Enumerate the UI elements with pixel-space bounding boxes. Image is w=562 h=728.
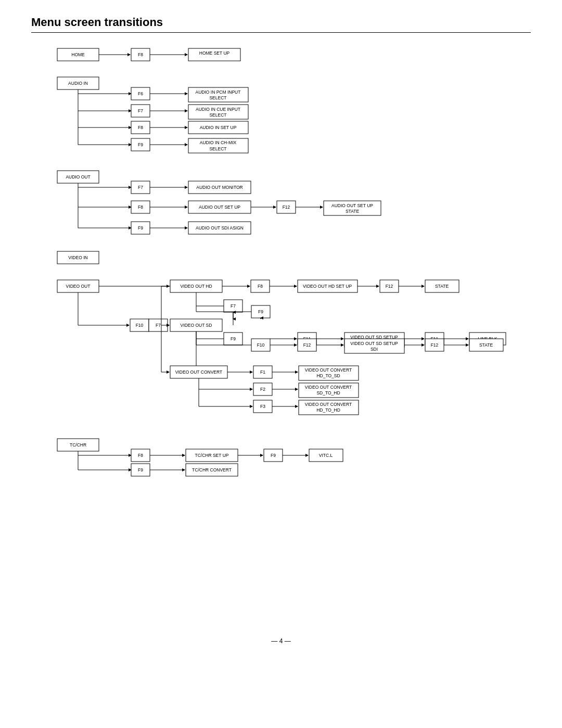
svg-text:F7: F7 xyxy=(231,303,236,309)
svg-text:VIDEO OUT HD SET UP: VIDEO OUT HD SET UP xyxy=(303,284,352,289)
svg-text:VITC.L: VITC.L xyxy=(319,453,333,458)
svg-text:F9: F9 xyxy=(258,309,263,314)
svg-text:F12: F12 xyxy=(386,284,393,289)
audio-out-f8-label: F8 xyxy=(138,205,143,210)
audio-in-f7-label: F7 xyxy=(138,108,143,113)
svg-text:F12: F12 xyxy=(431,342,439,348)
svg-text:F2: F2 xyxy=(260,387,265,392)
audio-out-f7-label: F7 xyxy=(138,185,143,190)
svg-text:AUDIO OUT  SET UP: AUDIO OUT SET UP xyxy=(331,203,373,208)
svg-text:STATE: STATE xyxy=(346,209,359,214)
svg-text:AUDIO IN CUE INPUT: AUDIO IN CUE INPUT xyxy=(196,107,240,112)
audio-in-f8-label: F8 xyxy=(138,125,143,130)
svg-text:STATE: STATE xyxy=(479,342,493,348)
svg-text:TC/CHR CONVERT: TC/CHR CONVERT xyxy=(192,467,232,472)
svg-text:AUDIO OUT  SET UP: AUDIO OUT SET UP xyxy=(199,205,240,210)
page-title: Menu screen transitions xyxy=(31,16,531,33)
svg-text:AUDIO IN PCM INPUT: AUDIO IN PCM INPUT xyxy=(196,90,241,95)
svg-text:SELECT: SELECT xyxy=(209,146,226,151)
diagram: HOME F8 HOME SET UP AUDIO IN F6 AUDIO IN… xyxy=(31,43,531,617)
svg-text:VIDEO OUT SD SETUP: VIDEO OUT SD SETUP xyxy=(350,341,398,346)
svg-text:VIDEO OUT CONVERT: VIDEO OUT CONVERT xyxy=(175,369,222,375)
tc-chr-label: TC/CHR xyxy=(70,442,86,448)
svg-text:F8: F8 xyxy=(138,453,143,458)
svg-text:VIDEO OUT SD: VIDEO OUT SD xyxy=(181,323,212,328)
svg-text:F12: F12 xyxy=(283,205,290,210)
svg-text:SD_TO_HD: SD_TO_HD xyxy=(316,390,340,395)
svg-text:AUDIO OUT  SDI ASIGN: AUDIO OUT SDI ASIGN xyxy=(196,225,244,231)
svg-text:AUDIO IN CH-MIX: AUDIO IN CH-MIX xyxy=(200,140,237,145)
svg-text:F9: F9 xyxy=(138,467,143,472)
audio-in-label: AUDIO IN xyxy=(68,81,88,86)
svg-text:AUDIO IN SET UP: AUDIO IN SET UP xyxy=(200,125,237,130)
svg-text:VIDEO OUT HD: VIDEO OUT HD xyxy=(180,284,212,289)
page-number: — 4 — xyxy=(31,637,531,645)
svg-text:VIDEO OUT CONVERT: VIDEO OUT CONVERT xyxy=(305,367,352,373)
svg-text:VIDEO OUT CONVERT: VIDEO OUT CONVERT xyxy=(305,385,352,390)
svg-text:F1: F1 xyxy=(260,369,265,375)
svg-text:F9: F9 xyxy=(271,453,276,458)
svg-text:F7: F7 xyxy=(156,323,161,328)
svg-text:STATE: STATE xyxy=(435,284,449,289)
svg-text:SDI: SDI xyxy=(371,347,378,352)
svg-text:F8: F8 xyxy=(258,284,263,289)
svg-text:VIDEO OUT CONVERT: VIDEO OUT CONVERT xyxy=(305,402,352,407)
svg-text:SELECT: SELECT xyxy=(209,112,226,118)
svg-text:AUDIO OUT MONITOR: AUDIO OUT MONITOR xyxy=(196,185,242,190)
home-label: HOME xyxy=(71,52,85,57)
audio-out-f9-label: F9 xyxy=(138,225,143,231)
svg-text:F9: F9 xyxy=(231,336,236,341)
home-f8-label: F8 xyxy=(138,52,143,57)
audio-in-f6-label: F6 xyxy=(138,91,143,96)
video-out-label: VIDEO OUT xyxy=(66,284,91,289)
svg-text:SELECT: SELECT xyxy=(209,95,226,100)
svg-text:F12: F12 xyxy=(303,342,311,348)
svg-text:HD_TO_HD: HD_TO_HD xyxy=(316,407,340,413)
svg-text:HD_TO_SD: HD_TO_SD xyxy=(316,373,340,378)
audio-in-f9-label: F9 xyxy=(138,142,143,147)
svg-text:F10: F10 xyxy=(257,342,265,348)
video-in-label: VIDEO IN xyxy=(68,255,87,260)
svg-text:TC/CHR SET UP: TC/CHR SET UP xyxy=(195,453,228,458)
home-setup-label: HOME SET UP xyxy=(199,50,230,56)
svg-text:F10: F10 xyxy=(136,323,144,328)
audio-out-label: AUDIO OUT xyxy=(66,174,90,180)
svg-text:F3: F3 xyxy=(260,404,265,409)
